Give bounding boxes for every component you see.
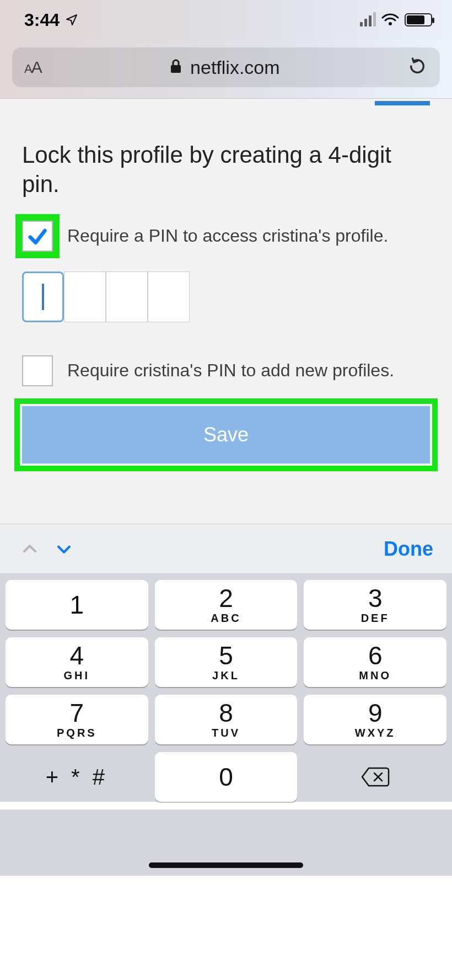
numeric-keypad: 12ABC3DEF4GHI5JKL6MNO7PQRS8TUV9WXYZ + * … bbox=[0, 573, 452, 802]
key-9[interactable]: 9WXYZ bbox=[304, 695, 446, 744]
key-8-label: 8 bbox=[219, 700, 233, 726]
key-6[interactable]: 6MNO bbox=[304, 637, 446, 687]
label-require-pin-access: Require a PIN to access cristina's profi… bbox=[67, 221, 388, 248]
key-3[interactable]: 3DEF bbox=[304, 580, 446, 630]
reload-button[interactable] bbox=[408, 57, 427, 78]
key-4-subtext: GHI bbox=[64, 669, 90, 682]
page-content: Lock this profile by creating a 4-digit … bbox=[0, 99, 452, 524]
page-title: Lock this profile by creating a 4-digit … bbox=[22, 99, 430, 221]
key-9-subtext: WXYZ bbox=[355, 727, 396, 739]
browser-toolbar: AA netflix.com bbox=[0, 40, 452, 99]
pin-digit-4[interactable] bbox=[148, 271, 190, 322]
key-8-subtext: TUV bbox=[212, 727, 240, 739]
save-button[interactable]: Save bbox=[22, 406, 430, 464]
key-symbols[interactable]: + * # bbox=[6, 752, 148, 802]
lock-icon bbox=[169, 57, 182, 78]
check-icon bbox=[26, 225, 49, 247]
key-9-label: 9 bbox=[368, 700, 383, 726]
status-time: 3:44 bbox=[24, 10, 60, 30]
key-2[interactable]: 2ABC bbox=[155, 580, 298, 630]
key-7[interactable]: 7PQRS bbox=[6, 695, 148, 744]
key-8[interactable]: 8TUV bbox=[155, 695, 298, 744]
url-domain: netflix.com bbox=[190, 57, 280, 78]
key-3-label: 3 bbox=[368, 585, 383, 611]
label-require-pin-add-profiles: Require cristina's PIN to add new profil… bbox=[67, 355, 394, 382]
location-arrow-icon bbox=[65, 13, 78, 26]
backspace-icon bbox=[360, 766, 391, 788]
key-5-label: 5 bbox=[219, 643, 233, 668]
key-1-label: 1 bbox=[70, 592, 84, 617]
status-icons bbox=[360, 13, 432, 26]
key-7-label: 7 bbox=[70, 700, 84, 726]
key-3-subtext: DEF bbox=[361, 612, 390, 625]
prev-field-button[interactable] bbox=[19, 538, 41, 560]
key-0-label: 0 bbox=[219, 764, 233, 790]
keyboard-done-button[interactable]: Done bbox=[384, 537, 433, 561]
wifi-icon bbox=[381, 13, 399, 26]
key-7-subtext: PQRS bbox=[57, 727, 97, 739]
url-display[interactable]: netflix.com bbox=[169, 57, 280, 78]
pin-input-group bbox=[22, 271, 430, 322]
home-indicator-area bbox=[0, 809, 452, 876]
tab-indicator bbox=[375, 101, 430, 105]
key-2-subtext: ABC bbox=[211, 612, 241, 625]
key-1[interactable]: 1 bbox=[6, 580, 148, 630]
status-bar: 3:44 bbox=[0, 0, 452, 40]
key-5-subtext: JKL bbox=[212, 669, 240, 682]
key-0[interactable]: 0 bbox=[155, 752, 298, 802]
key-5[interactable]: 5JKL bbox=[155, 637, 298, 687]
checkbox-require-pin-add-profiles[interactable] bbox=[22, 355, 53, 386]
cellular-signal-icon bbox=[360, 13, 376, 26]
key-2-label: 2 bbox=[219, 585, 233, 611]
key-6-label: 6 bbox=[368, 643, 383, 668]
key-4-label: 4 bbox=[70, 643, 84, 668]
svg-rect-1 bbox=[171, 65, 181, 73]
key-symbols-label: + * # bbox=[46, 766, 108, 788]
battery-icon bbox=[405, 13, 432, 26]
key-6-subtext: MNO bbox=[359, 669, 391, 682]
address-bar[interactable]: AA netflix.com bbox=[12, 47, 440, 87]
key-backspace[interactable] bbox=[304, 752, 446, 802]
pin-digit-2[interactable] bbox=[64, 271, 106, 322]
key-4[interactable]: 4GHI bbox=[6, 637, 148, 687]
text-cursor bbox=[42, 284, 44, 310]
keyboard-accessory-bar: Done bbox=[0, 524, 452, 573]
svg-point-0 bbox=[389, 22, 392, 25]
save-button-highlight: Save bbox=[22, 406, 430, 464]
next-field-button[interactable] bbox=[53, 538, 75, 560]
reader-mode-button[interactable]: AA bbox=[24, 58, 41, 77]
checkbox-require-pin-access[interactable] bbox=[22, 221, 53, 252]
option-require-pin-access: Require a PIN to access cristina's profi… bbox=[22, 221, 430, 252]
pin-digit-1[interactable] bbox=[22, 271, 64, 322]
pin-digit-3[interactable] bbox=[106, 271, 148, 322]
home-indicator[interactable] bbox=[149, 862, 303, 868]
status-left: 3:44 bbox=[24, 10, 78, 30]
option-require-pin-add-profiles: Require cristina's PIN to add new profil… bbox=[22, 355, 430, 386]
